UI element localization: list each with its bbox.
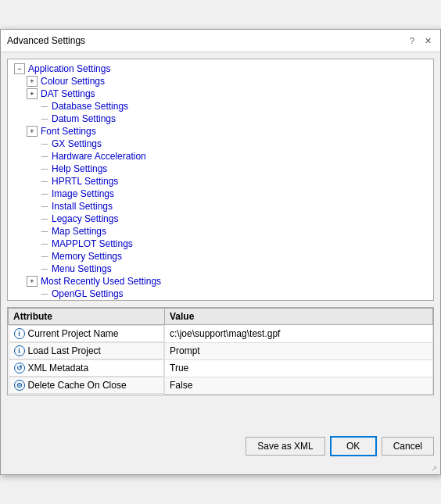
tree-item-image-settings[interactable]: ─Image Settings (8, 188, 433, 200)
tree-label-database-settings: Database Settings (50, 101, 128, 112)
attribute-cell-3: ⊝Delete Cache On Close (9, 377, 165, 394)
cancel-button[interactable]: Cancel (382, 437, 434, 456)
close-button[interactable]: ✕ (421, 34, 434, 47)
attribute-cell-1: iLoad Last Project (9, 342, 165, 359)
dialog-title: Advanced Settings (7, 35, 85, 46)
tree-item-map-settings[interactable]: ─Map Settings (8, 225, 433, 238)
dialog-body: −Application Settings+Colour Settings+DA… (1, 52, 440, 431)
tree-label-image-settings: Image Settings (50, 188, 114, 199)
leaf-dash-memory-settings: ─ (39, 251, 50, 262)
attribute-cell-2: ↺XML Metadata (9, 359, 165, 377)
table-header-row: Attribute Value (9, 309, 433, 325)
tree-label-hprtl-settings: HPRTL Settings (50, 176, 118, 187)
tree-item-menu-settings[interactable]: ─Menu Settings (8, 263, 433, 275)
tree-item-hprtl-settings[interactable]: ─HPRTL Settings (8, 175, 433, 188)
leaf-dash-database-settings: ─ (39, 101, 50, 112)
tree-label-opengl-settings: OpenGL Settings (50, 288, 124, 299)
expand-icon-colour-settings[interactable]: + (27, 76, 38, 87)
tree-item-colour-settings[interactable]: +Colour Settings (8, 75, 433, 88)
title-bar-right: ? ✕ (406, 34, 434, 47)
tree-item-install-settings[interactable]: ─Install Settings (8, 200, 433, 213)
tree-label-most-recently-used: Most Recently Used Settings (39, 276, 161, 287)
expand-icon-dat-settings[interactable]: + (27, 88, 38, 99)
tree-item-print-settings[interactable]: +Print Settings (8, 300, 433, 301)
tree-label-legacy-settings: Legacy Settings (50, 213, 118, 224)
tree-label-hardware-acceleration: Hardware Acceleration (50, 151, 146, 162)
tree-label-menu-settings: Menu Settings (50, 263, 112, 274)
tree-label-font-settings: Font Settings (39, 126, 96, 137)
tree-item-dat-settings[interactable]: +DAT Settings (8, 88, 433, 100)
tree-item-database-settings[interactable]: ─Database Settings (8, 100, 433, 113)
leaf-dash-opengl-settings: ─ (39, 288, 50, 299)
tree-label-gx-settings: GX Settings (50, 138, 102, 149)
leaf-dash-image-settings: ─ (39, 188, 50, 199)
leaf-dash-help-settings: ─ (39, 163, 50, 174)
attribute-column-header: Attribute (9, 309, 165, 325)
advanced-settings-dialog: Advanced Settings ? ✕ −Application Setti… (0, 29, 441, 475)
tree-item-memory-settings[interactable]: ─Memory Settings (8, 250, 433, 263)
row-icon-0: i (14, 328, 25, 339)
collapse-icon-app-settings[interactable]: − (14, 63, 25, 74)
tree-item-gx-settings[interactable]: ─GX Settings (8, 138, 433, 150)
tree-label-dat-settings: DAT Settings (39, 88, 95, 99)
title-bar-left: Advanced Settings (7, 35, 85, 46)
table-panel: Attribute Value iCurrent Project Namec:\… (7, 307, 434, 395)
tree-item-legacy-settings[interactable]: ─Legacy Settings (8, 213, 433, 225)
tree-label-app-settings: Application Settings (27, 63, 110, 74)
row-icon-3: ⊝ (14, 380, 25, 391)
table-row[interactable]: iCurrent Project Namec:\joe\support\mag\… (9, 325, 433, 343)
tree-item-app-settings[interactable]: −Application Settings (8, 63, 433, 75)
tree-item-most-recently-used[interactable]: +Most Recently Used Settings (8, 275, 433, 288)
tree-label-install-settings: Install Settings (50, 201, 113, 212)
button-row: Save as XML OK Cancel (1, 431, 440, 464)
value-cell-3: False (165, 377, 433, 394)
tree-label-mapplot-settings: MAPPLOT Settings (50, 238, 133, 249)
leaf-dash-hardware-acceleration: ─ (39, 151, 50, 162)
tree-item-font-settings[interactable]: +Font Settings (8, 125, 433, 138)
expand-icon-font-settings[interactable]: + (27, 126, 38, 137)
tree-item-datum-settings[interactable]: ─Datum Settings (8, 113, 433, 125)
tree-label-help-settings: Help Settings (50, 163, 107, 174)
value-cell-1: Prompt (165, 342, 433, 359)
tree-label-datum-settings: Datum Settings (50, 113, 116, 124)
tree-item-mapplot-settings[interactable]: ─MAPPLOT Settings (8, 238, 433, 250)
value-cell-2: True (165, 359, 433, 377)
tree-label-map-settings: Map Settings (50, 226, 106, 237)
table-row[interactable]: ↺XML MetadataTrue (9, 359, 433, 377)
help-button[interactable]: ? (406, 34, 418, 47)
value-column-header: Value (165, 309, 433, 325)
value-cell-0: c:\joe\support\mag\test.gpf (165, 325, 433, 343)
attribute-cell-0: iCurrent Project Name (9, 325, 165, 342)
leaf-dash-mapplot-settings: ─ (39, 238, 50, 249)
resize-handle[interactable]: ↗ (1, 464, 440, 474)
leaf-dash-hprtl-settings: ─ (39, 176, 50, 187)
tree-label-colour-settings: Colour Settings (39, 76, 105, 87)
leaf-dash-map-settings: ─ (39, 226, 50, 237)
tree-item-help-settings[interactable]: ─Help Settings (8, 163, 433, 175)
settings-table: Attribute Value iCurrent Project Namec:\… (8, 308, 433, 395)
leaf-dash-legacy-settings: ─ (39, 213, 50, 224)
spacer (7, 402, 434, 425)
tree-item-opengl-settings[interactable]: ─OpenGL Settings (8, 288, 433, 300)
leaf-dash-gx-settings: ─ (39, 138, 50, 149)
tree-item-hardware-acceleration[interactable]: ─Hardware Acceleration (8, 150, 433, 163)
tree-panel[interactable]: −Application Settings+Colour Settings+DA… (7, 59, 434, 301)
row-icon-2: ↺ (14, 363, 25, 374)
title-bar: Advanced Settings ? ✕ (1, 30, 440, 52)
table-row[interactable]: ⊝Delete Cache On CloseFalse (9, 377, 433, 394)
table-row[interactable]: iLoad Last ProjectPrompt (9, 342, 433, 359)
expand-icon-most-recently-used[interactable]: + (27, 276, 38, 287)
leaf-dash-datum-settings: ─ (39, 113, 50, 124)
save-as-xml-button[interactable]: Save as XML (246, 437, 324, 456)
ok-button[interactable]: OK (330, 436, 377, 456)
leaf-dash-menu-settings: ─ (39, 263, 50, 274)
leaf-dash-install-settings: ─ (39, 201, 50, 212)
tree-label-memory-settings: Memory Settings (50, 251, 122, 262)
row-icon-1: i (14, 345, 25, 356)
